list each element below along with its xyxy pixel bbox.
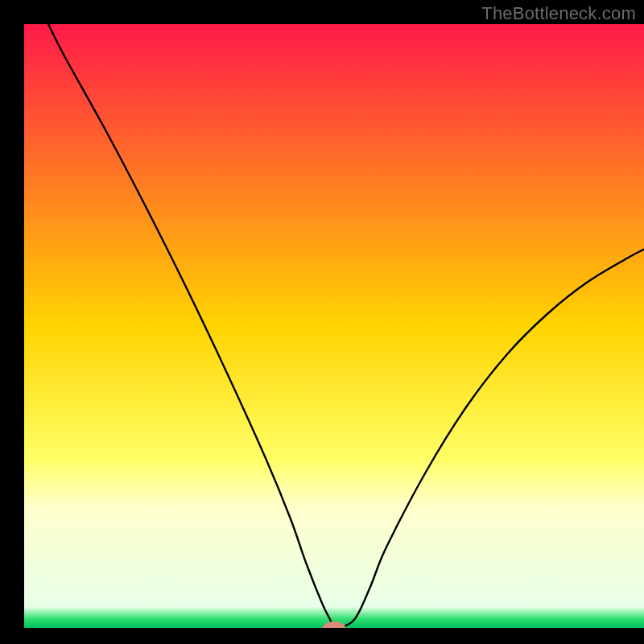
chart-container: TheBottleneck.com [0, 0, 644, 644]
minimum-marker [323, 621, 345, 634]
bottleneck-chart [0, 0, 644, 644]
watermark-text: TheBottleneck.com [481, 3, 636, 24]
gradient-background [24, 24, 644, 628]
